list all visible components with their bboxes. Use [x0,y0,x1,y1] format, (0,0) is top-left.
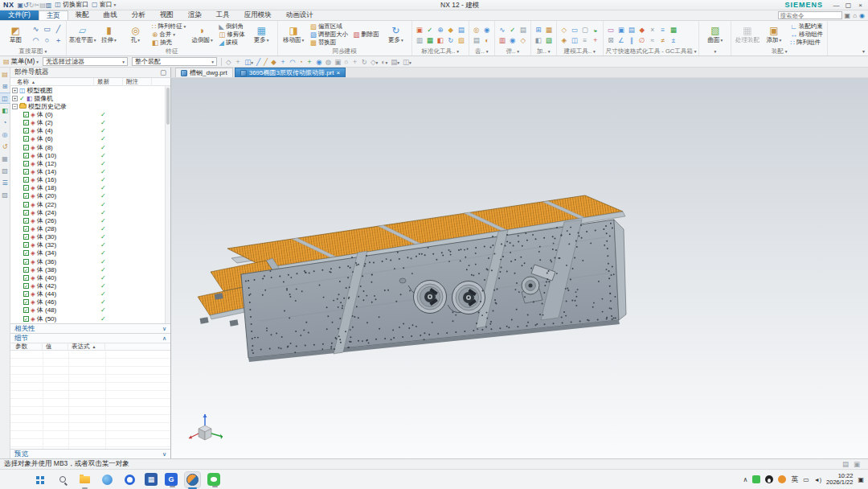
copy-icon[interactable]: ▤ [39,2,46,10]
save-icon[interactable]: ▣ [18,2,24,10]
roles-icon[interactable]: ☰ [0,178,10,187]
attribute-tool-icon[interactable]: ▣ [415,25,424,35]
simplify-icon[interactable]: ≡ [580,35,590,45]
checkbox-icon[interactable]: ✓ [23,259,29,265]
mid-point-icon[interactable]: ╱ [264,58,268,66]
checkbox-icon[interactable]: ✓ [23,250,29,256]
history-tree-item[interactable]: ✓ ◈ 体 (8) ✓ [10,143,170,151]
help-icon[interactable]: ◉ [859,12,865,19]
checkbox-icon[interactable]: ✓ [23,210,29,216]
edge-blend-button[interactable]: ◗边倒圆▾ [189,22,215,47]
datum-plane-button[interactable]: ▱基准平面▾ [69,22,96,47]
rotate-view-icon[interactable]: ↻ [362,58,367,66]
quadrant-point-icon[interactable]: ◔ [299,58,303,66]
notification-center-icon[interactable]: ▣ [858,476,864,483]
assembly-navigator-icon[interactable]: ▤ [0,69,10,79]
minimize-button[interactable]: — [830,0,842,10]
history-tree-item[interactable]: ✓ ◈ 体 (30) ✓ [10,233,170,241]
trim-body-button[interactable]: ◫修剪体 [217,31,247,39]
checkbox-icon[interactable]: ✓ [23,112,29,117]
move-component-button[interactable]: ↔移动组件 [788,31,825,39]
highlight-icon[interactable]: ◇ [226,58,231,66]
clock[interactable]: 10:22 2026/1/22 [826,473,853,487]
checkbox-icon[interactable]: ✓ [23,283,29,289]
selection-scope-combo[interactable]: 整个装配▾ [132,57,217,66]
history-node[interactable]: −模型历史记录 [10,102,170,110]
model-views-node[interactable]: +◫模型视图 [10,86,170,94]
ribbon-options-caret[interactable]: ▾ [862,48,865,54]
tray-expand-icon[interactable]: ∧ [743,476,747,483]
process-studio-icon[interactable]: ▦ [0,154,10,163]
browser-button[interactable] [100,472,115,487]
resize-face-button[interactable]: ▨调整面大小 [309,31,350,39]
note-tool-icon[interactable]: ▧ [457,35,466,45]
sketch-button[interactable]: ◩草图 [2,22,29,47]
hole-button[interactable]: ◎孔▾ [122,22,149,47]
zoom-icon[interactable]: ○ [344,58,348,66]
window-layout-icon[interactable]: ◫▾ [403,58,411,66]
line-icon[interactable]: ╱ [53,24,63,35]
panel-pin-icon[interactable]: ▢ [160,68,166,76]
reuse-library-icon[interactable]: ◧ [0,105,10,115]
close-button[interactable]: × [854,0,866,10]
machine-body[interactable] [198,195,626,362]
cameras-node[interactable]: +✓◧摄像机 [10,94,170,102]
assembly-process-button[interactable]: ▦处理装配 [734,22,760,47]
dim-approx-icon[interactable]: ≈ [648,35,657,45]
weld-assistant-icon[interactable]: ◆ [446,25,456,35]
home-icon[interactable]: ⌂ [853,12,857,19]
dim-tolerance-icon[interactable]: ± [669,35,678,45]
collapse-icon[interactable]: − [12,104,18,109]
history-palette-icon[interactable]: ↺ [0,142,10,151]
update-tool-icon[interactable]: ↻ [446,35,456,45]
replace-tool-icon[interactable]: ⊕ [436,25,445,35]
import-tool-icon[interactable]: ▦ [425,35,435,45]
ribbon-tab[interactable]: 动画设计 [279,10,321,20]
assembly-constraints-button[interactable]: ∟装配约束 [788,23,825,31]
gear-pair-icon[interactable]: ◉ [482,25,492,35]
export-tool-icon[interactable]: ▥ [415,35,424,45]
history-tree-item[interactable]: ✓ ◈ 体 (14) ✓ [10,167,170,175]
history-tree-item[interactable]: ✓ ◈ 体 (20) ✓ [10,192,170,200]
history-tree-item[interactable]: ✓ ◈ 体 (2) ✓ [10,119,170,127]
history-tree-item[interactable]: ✓ ◈ 体 (44) ✓ [10,290,170,298]
scale-body-icon[interactable]: ◈ [559,35,569,45]
exciter-flywheel-right[interactable] [452,281,485,314]
calculator-button[interactable]: ▦ [145,473,158,486]
checkbox-icon[interactable]: ✓ [23,193,29,199]
process-more-icon[interactable]: ▨ [544,35,554,45]
unite-button[interactable]: ⊕合并▾ [150,31,187,39]
preview-section[interactable]: 预览∨ [10,449,170,458]
checkbox-icon[interactable]: ✓ [23,299,29,305]
fixture-icon[interactable]: ◧ [534,35,543,45]
dependencies-section[interactable]: 相关性∨ [10,323,170,333]
background-icon[interactable]: ▤▾ [391,58,399,66]
dim-diameter-icon[interactable]: ∅ [637,35,647,45]
point-on-face-icon[interactable]: ◍ [326,58,331,66]
draft-button[interactable]: ◢拔模 [217,39,247,47]
gear-more-icon[interactable]: ◐ [482,35,492,45]
point-icon[interactable]: ＋ [53,35,63,46]
dim-style-icon[interactable]: ▭ [606,25,616,35]
checkbox-icon[interactable]: ✓ [23,185,29,191]
pattern-component-button[interactable]: ∷阵列组件 [788,39,825,47]
checkbox-icon[interactable]: ✓ [23,145,29,150]
checkbox-icon[interactable]: ✓ [23,291,29,297]
arc-center-icon[interactable]: ◠ [289,58,295,66]
history-tree-item[interactable]: ✓ ◈ 体 (38) ✓ [10,265,170,273]
checkbox-icon[interactable]: ✓ [23,218,29,224]
constraint-navigator-icon[interactable]: ⊞ [0,81,10,91]
check-tool-icon[interactable]: ✓ [425,25,435,35]
checkbox-icon[interactable]: ✓ [23,316,29,322]
add-component-button[interactable]: ▣添加▾ [760,22,787,47]
checkbox-icon[interactable]: ✓ [23,242,29,248]
status-display-icon[interactable]: ▣ [854,460,860,468]
ribbon-tab[interactable]: 分析 [125,10,153,20]
move-face-button[interactable]: ◨移动面▾ [280,22,307,47]
control-point-icon[interactable]: ◆ [271,58,276,66]
exciter-flywheel-left[interactable] [414,281,447,314]
feature-more-button[interactable]: ▦更多▾ [248,22,275,47]
blank-geometry-icon[interactable]: ▦ [544,25,554,35]
history-tree-item[interactable]: ✓ ◈ 体 (42) ✓ [10,281,170,290]
web-browser-icon[interactable]: ◎ [0,129,10,139]
